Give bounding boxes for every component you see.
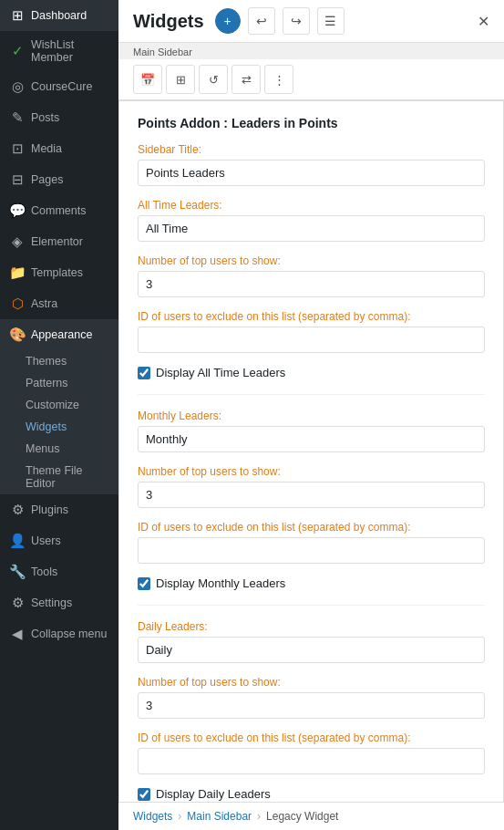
- add-button[interactable]: +: [215, 8, 241, 34]
- appearance-submenu: Themes Patterns Customize Widgets Menus …: [0, 350, 118, 494]
- sidebar-item-label: Comments: [31, 204, 86, 217]
- all-time-leaders-group: All Time Leaders:: [138, 199, 485, 242]
- sidebar-item-label: Media: [31, 142, 62, 155]
- monthly-top-users-label: Number of top users to show:: [138, 465, 485, 478]
- daily-top-users-label: Number of top users to show:: [138, 676, 485, 689]
- sidebar-item-label: Templates: [31, 266, 83, 279]
- section-divider-2: [138, 605, 485, 606]
- sidebar-item-pages[interactable]: ⊟ Pages: [0, 164, 118, 195]
- sidebar-item-elementor[interactable]: ◈ Elementor: [0, 226, 118, 257]
- daily-display-label: Display Daily Leaders: [156, 787, 271, 801]
- top-bar-right: ✕: [478, 13, 489, 30]
- menu-button[interactable]: ☰: [317, 7, 345, 35]
- daily-leaders-group: Daily Leaders:: [138, 620, 485, 663]
- monthly-leaders-input[interactable]: [138, 426, 485, 452]
- all-time-top-users-input[interactable]: [138, 271, 485, 297]
- sidebar-item-widgets[interactable]: Widgets: [0, 416, 118, 438]
- sidebar-item-label: Collapse menu: [31, 628, 107, 640]
- sidebar-item-users[interactable]: 👤 Users: [0, 525, 118, 556]
- daily-display-group: Display Daily Leaders: [138, 787, 485, 801]
- sidebar-item-wishlist[interactable]: ✓ WishList Member: [0, 31, 118, 71]
- sidebar-submenu-label: Widgets: [26, 420, 67, 433]
- sidebar-item-customize[interactable]: Customize: [0, 394, 118, 416]
- all-time-top-users-label: Number of top users to show:: [138, 254, 485, 267]
- breadcrumb-sep-1: ›: [178, 810, 181, 823]
- wishlist-icon: ✓: [9, 43, 26, 59]
- sidebar-item-templates[interactable]: 📁 Templates: [0, 257, 118, 288]
- users-icon: 👤: [9, 533, 26, 549]
- sidebar-item-appearance[interactable]: 🎨 Appearance: [0, 319, 118, 350]
- daily-leaders-input[interactable]: [138, 637, 485, 663]
- comments-icon: 💬: [9, 202, 26, 219]
- all-time-exclude-input[interactable]: [138, 327, 485, 353]
- sidebar-item-label: Appearance: [31, 328, 92, 341]
- close-icon[interactable]: ✕: [478, 14, 489, 29]
- more-options-button[interactable]: ⋮: [264, 65, 293, 94]
- all-time-exclude-group: ID of users to exclude on this list (sep…: [138, 310, 485, 353]
- widget-card: Points Addon : Leaders in Points Sidebar…: [118, 100, 504, 802]
- sidebar-item-menus[interactable]: Menus: [0, 438, 118, 460]
- undo-button[interactable]: ↩: [248, 7, 275, 35]
- sidebar-submenu-label: Customize: [26, 399, 79, 411]
- dashboard-icon: ⊞: [9, 7, 26, 24]
- monthly-display-group: Display Monthly Leaders: [138, 576, 485, 590]
- sidebar-item-posts[interactable]: ✎ Posts: [0, 102, 118, 133]
- sidebar-item-themes[interactable]: Themes: [0, 350, 118, 372]
- sidebar-item-label: Pages: [31, 173, 63, 186]
- page-title: Widgets: [133, 11, 204, 32]
- breadcrumb-main-sidebar[interactable]: Main Sidebar: [187, 810, 252, 823]
- all-time-display-label: Display All Time Leaders: [156, 366, 285, 379]
- all-time-display-checkbox[interactable]: [138, 367, 150, 379]
- sidebar-item-tools[interactable]: 🔧 Tools: [0, 556, 118, 587]
- all-time-top-users-group: Number of top users to show:: [138, 254, 485, 297]
- monthly-leaders-group: Monthly Leaders:: [138, 410, 485, 452]
- monthly-exclude-input[interactable]: [138, 537, 485, 564]
- tools-icon: 🔧: [9, 564, 26, 580]
- sidebar-submenu-label: Patterns: [26, 377, 68, 389]
- sidebar-item-settings[interactable]: ⚙ Settings: [0, 587, 118, 618]
- sidebar-submenu-label: Themes: [26, 355, 67, 368]
- refresh-button[interactable]: ↺: [199, 65, 228, 94]
- plugins-icon: ⚙: [9, 502, 26, 518]
- sidebar-item-comments[interactable]: 💬 Comments: [0, 195, 118, 226]
- sidebar-title-group: Sidebar Title:: [138, 143, 485, 186]
- daily-top-users-input[interactable]: [138, 692, 485, 719]
- all-time-leaders-label: All Time Leaders:: [138, 199, 485, 212]
- sidebar-item-media[interactable]: ⊡ Media: [0, 133, 118, 164]
- sidebar-item-patterns[interactable]: Patterns: [0, 372, 118, 394]
- media-icon: ⊡: [9, 140, 26, 157]
- swap-button[interactable]: ⇄: [231, 65, 261, 94]
- monthly-display-label: Display Monthly Leaders: [156, 576, 285, 590]
- widget-panel: Points Addon : Leaders in Points Sidebar…: [118, 100, 504, 802]
- monthly-top-users-input[interactable]: [138, 482, 485, 508]
- sidebar-item-label: Tools: [31, 565, 57, 578]
- sidebar-item-plugins[interactable]: ⚙ Plugins: [0, 494, 118, 525]
- daily-display-checkbox[interactable]: [138, 788, 150, 801]
- daily-exclude-input[interactable]: [138, 748, 485, 774]
- sidebar-item-label: Settings: [31, 597, 72, 609]
- breadcrumb-widgets[interactable]: Widgets: [133, 810, 172, 823]
- sidebar-item-dashboard[interactable]: ⊞ Dashboard: [0, 0, 118, 31]
- monthly-display-checkbox[interactable]: [138, 577, 150, 590]
- settings-icon: ⚙: [9, 595, 26, 611]
- sidebar-item-label: Plugins: [31, 503, 68, 516]
- sidebar-item-collapse[interactable]: ◀ Collapse menu: [0, 618, 118, 649]
- sidebar-title-input[interactable]: [138, 160, 485, 186]
- main-sidebar-label: Main Sidebar: [118, 43, 504, 59]
- calendar-view-button[interactable]: 📅: [133, 65, 162, 94]
- sidebar-item-coursecure[interactable]: ◎ CourseCure: [0, 71, 118, 102]
- monthly-leaders-label: Monthly Leaders:: [138, 410, 485, 422]
- redo-button[interactable]: ↪: [283, 7, 310, 35]
- sidebar-item-theme-file-editor[interactable]: Theme File Editor: [0, 460, 118, 494]
- sidebar-submenu-label: Theme File Editor: [26, 464, 109, 490]
- sidebar-item-label: Users: [31, 534, 61, 547]
- all-time-leaders-input[interactable]: [138, 215, 485, 242]
- daily-exclude-group: ID of users to exclude on this list (sep…: [138, 731, 485, 774]
- sidebar-item-label: Astra: [31, 297, 57, 310]
- sidebar-item-label: CourseCure: [31, 80, 92, 93]
- sidebar-item-astra[interactable]: ⬡ Astra: [0, 288, 118, 319]
- grid-view-button[interactable]: ⊞: [166, 65, 195, 94]
- elementor-icon: ◈: [9, 233, 26, 250]
- sidebar-item-label: Dashboard: [31, 9, 87, 22]
- sidebar-item-label: Elementor: [31, 235, 83, 248]
